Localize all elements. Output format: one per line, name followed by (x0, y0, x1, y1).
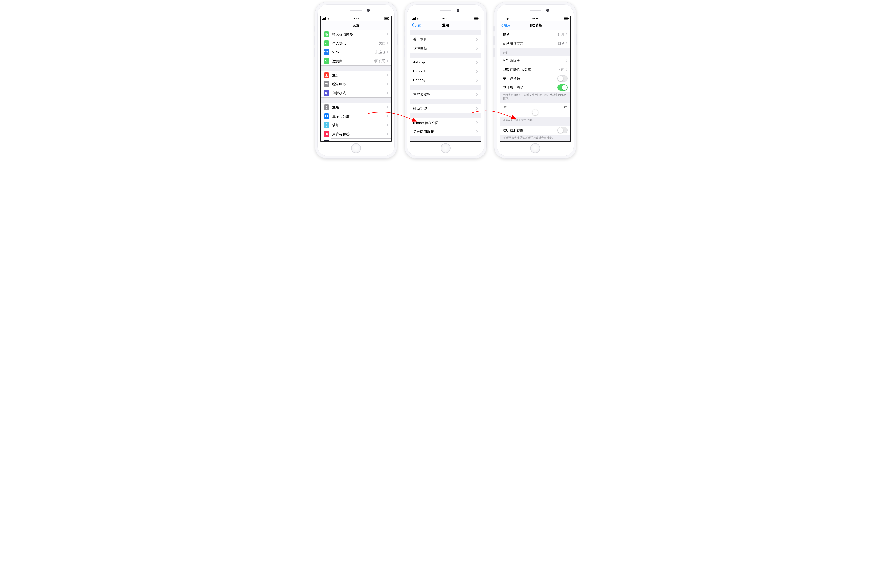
chevron-right-icon (476, 61, 478, 64)
row-control-center[interactable]: 控制中心 (321, 80, 391, 88)
chevron-right-icon (387, 33, 388, 36)
nav-title: 通用 (442, 23, 449, 28)
back-button[interactable]: 通用 (501, 23, 511, 28)
row-about[interactable]: 关于本机 (410, 35, 481, 44)
toggle-noise[interactable] (557, 84, 568, 91)
row-label: Handoff (413, 69, 476, 74)
row-label: 后台应用刷新 (413, 129, 476, 134)
chevron-right-icon (476, 38, 478, 41)
row-storage[interactable]: iPhone 储存空间 (410, 118, 481, 127)
home-button[interactable] (441, 143, 451, 153)
row-label: 主屏幕按钮 (413, 92, 476, 97)
row-handoff[interactable]: Handoff (410, 67, 481, 76)
row-label: 振动 (503, 32, 558, 37)
group-about: 关于本机软件更新 (410, 34, 481, 53)
dnd-icon (324, 90, 329, 96)
row-carplay[interactable]: CarPlay (410, 76, 481, 85)
battery-icon (564, 17, 569, 20)
row-vpn[interactable]: VPNVPN未连接 (321, 48, 391, 57)
home-button[interactable] (530, 143, 540, 153)
chevron-left-icon (501, 23, 503, 27)
chevron-right-icon (476, 130, 478, 133)
group-alerts: 通知控制中心勿扰模式 (321, 70, 391, 98)
group-storage: iPhone 储存空间后台应用刷新 (410, 118, 481, 136)
row-label: MFi 助听器 (503, 58, 566, 63)
status-time: 09:41 (442, 17, 448, 20)
chevron-right-icon (387, 124, 388, 126)
back-button[interactable]: 设置 (411, 23, 421, 28)
row-label: iPhone 储存空间 (413, 121, 476, 125)
chevron-right-icon (476, 107, 478, 110)
row-label: 运营商 (332, 59, 372, 63)
row-value: 关闭 (558, 67, 565, 72)
row-label: 声音与触感 (332, 132, 387, 136)
row-siri[interactable]: Siri 与搜索 (321, 138, 391, 141)
home-button[interactable] (351, 143, 361, 153)
hotspot-icon (324, 40, 329, 46)
phone-settings: 09:41 设置 蜂窝移动网络个人热点关闭VPNVPN未连接运营商中国联通 通知… (315, 2, 397, 159)
row-label: LED 闪烁以示提醒 (503, 67, 558, 72)
row-label: 控制中心 (332, 82, 387, 87)
row-notifications[interactable]: 通知 (321, 71, 391, 80)
chevron-right-icon (387, 132, 388, 135)
balance-slider[interactable] (506, 112, 565, 112)
navbar: 设置 (321, 21, 391, 30)
back-label: 设置 (414, 23, 421, 28)
row-label: 墙纸 (332, 123, 387, 128)
row-led-flash[interactable]: LED 闪烁以示提醒 关闭 (500, 65, 570, 74)
wifi-icon (327, 18, 330, 20)
row-label: 勿扰模式 (332, 91, 387, 96)
chevron-right-icon (387, 83, 388, 86)
balance-left-label: 左 (504, 105, 507, 109)
row-wallpaper[interactable]: 墙纸 (321, 121, 391, 129)
chevron-right-icon (566, 42, 568, 45)
status-time: 09:41 (532, 17, 538, 20)
row-carrier[interactable]: 运营商中国联通 (321, 57, 391, 66)
group-homebutton: 主屏幕按钮 (410, 90, 481, 99)
notifications-icon (324, 72, 329, 78)
row-label: 显示与亮度 (332, 114, 387, 118)
slider-knob[interactable] (532, 110, 538, 115)
row-accessibility[interactable]: 辅助功能 (410, 104, 481, 113)
row-hac[interactable]: 助听器兼容性 (500, 126, 570, 135)
row-value: 中国联通 (372, 59, 386, 63)
row-sounds[interactable]: 声音与触感 (321, 129, 391, 138)
row-value: 未连接 (375, 50, 386, 54)
row-airdrop[interactable]: AirDrop (410, 58, 481, 67)
chevron-right-icon (387, 106, 388, 109)
row-value: 关闭 (378, 41, 386, 46)
phone-general: 09:41 设置 通用 关于本机软件更新 AirDropHandoffCarPl… (405, 2, 486, 159)
hearing-header: 听觉 (500, 48, 570, 56)
row-display[interactable]: AA显示与亮度 (321, 112, 391, 121)
toggle-hac[interactable] (557, 127, 568, 134)
row-dnd[interactable]: 勿扰模式 (321, 88, 391, 98)
chevron-right-icon (476, 122, 478, 124)
row-software-update[interactable]: 软件更新 (410, 44, 481, 53)
toggle-mono[interactable] (557, 75, 568, 82)
wifi-icon (416, 18, 419, 20)
row-hotspot[interactable]: 个人热点关闭 (321, 39, 391, 48)
row-mono-audio[interactable]: 单声道音频 (500, 74, 570, 83)
navbar: 通用 辅助功能 (500, 21, 570, 30)
chevron-right-icon (476, 93, 478, 96)
battery-icon (474, 17, 479, 20)
row-label: 通用 (332, 105, 387, 110)
chevron-right-icon (387, 42, 388, 45)
chevron-right-icon (476, 79, 478, 82)
display-icon: AA (324, 113, 329, 119)
row-label: Siri 与搜索 (332, 141, 387, 142)
row-background-refresh[interactable]: 后台应用刷新 (410, 127, 481, 136)
row-home-button[interactable]: 主屏幕按钮 (410, 90, 481, 99)
chevron-right-icon (387, 115, 388, 117)
row-call-audio-routing[interactable]: 音频通话方式自动 (500, 39, 570, 48)
row-vibration[interactable]: 振动打开 (500, 30, 570, 39)
row-general[interactable]: 通用 (321, 103, 391, 112)
row-label: 电话噪声消除 (503, 85, 557, 90)
chevron-right-icon (387, 92, 388, 94)
general-icon (324, 104, 329, 110)
row-noise-cancel[interactable]: 电话噪声消除 (500, 83, 570, 92)
row-mfi[interactable]: MFi 助听器 (500, 56, 570, 65)
sounds-icon (324, 131, 329, 137)
group-accessibility: 辅助功能 (410, 104, 481, 113)
row-cellular[interactable]: 蜂窝移动网络 (321, 30, 391, 39)
